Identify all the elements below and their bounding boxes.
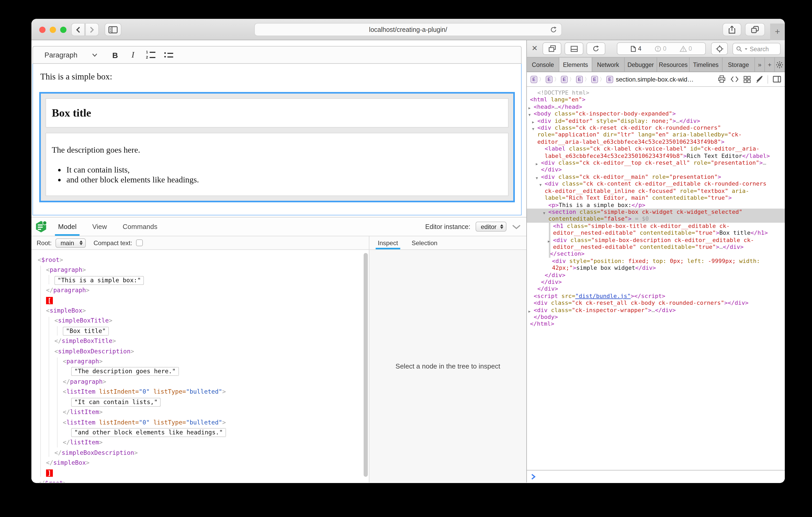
model-tree-scrollbar[interactable]: [364, 253, 368, 477]
disclosure-open-icon[interactable]: ▼: [540, 182, 542, 189]
dom-node[interactable]: ▼<div class="ck ck-content ck-editor__ed…: [527, 181, 785, 202]
simple-box-widget[interactable]: Box title The description goes here. It …: [39, 92, 515, 202]
dom-node[interactable]: </body>: [527, 314, 785, 321]
model-tree-line[interactable]: </paragraph>: [31, 377, 369, 387]
tab-storage[interactable]: Storage: [722, 58, 755, 71]
dom-node[interactable]: </div>: [527, 279, 785, 286]
tab-elements[interactable]: Elements: [559, 58, 592, 71]
disclosure-open-icon[interactable]: ▼: [543, 210, 545, 217]
new-tab-button[interactable]: +: [770, 24, 785, 40]
print-icon[interactable]: [718, 75, 726, 83]
dom-node[interactable]: <p>This is a simple box:</p>: [527, 202, 785, 209]
close-window-button[interactable]: [39, 27, 46, 33]
tab-network[interactable]: Network: [592, 58, 625, 71]
dom-node-selected[interactable]: ▼<section class="simple-box ck-widget ck…: [527, 209, 785, 223]
more-tabs-button[interactable]: »: [755, 58, 765, 71]
tab-model[interactable]: Model: [57, 217, 78, 236]
model-tree-line[interactable]: <paragraph>: [31, 357, 369, 367]
dom-node[interactable]: ▼<div class="ck ck-editor__main" role="p…: [527, 174, 785, 181]
model-tree-line[interactable]: <simpleBoxDescription>: [31, 346, 369, 357]
model-tree-line[interactable]: "Box title": [31, 326, 369, 336]
model-tree-line[interactable]: </listItem>: [31, 407, 369, 418]
tab-overview-button[interactable]: [745, 23, 765, 36]
dom-node[interactable]: ▶<div class="ck ck-editor__top ck-reset_…: [527, 159, 785, 174]
tab-resources[interactable]: Resources: [657, 58, 690, 71]
list-item[interactable]: and other block elements like headings.: [66, 175, 508, 185]
tab-selection[interactable]: Selection: [410, 236, 438, 249]
description-paragraph[interactable]: The description goes here.: [52, 145, 508, 155]
tab-commands[interactable]: Commands: [122, 217, 158, 236]
breadcrumb-element-badge[interactable]: E: [530, 75, 537, 83]
tab-view[interactable]: View: [91, 217, 108, 236]
tab-inspect[interactable]: Inspect: [377, 236, 399, 249]
breadcrumb-element-badge[interactable]: E: [591, 75, 598, 83]
compact-text-checkbox[interactable]: [136, 239, 143, 246]
dom-node[interactable]: ▶<div class="ck-inspector-wrapper">…</di…: [527, 307, 785, 314]
model-tree-line[interactable]: [: [31, 296, 369, 306]
model-tree-line[interactable]: <listItem listIndent="0" listType="bulle…: [31, 418, 369, 428]
model-tree-line[interactable]: <$root>: [31, 255, 369, 265]
reload-icon[interactable]: [550, 26, 557, 33]
settings-gear-icon[interactable]: [775, 58, 785, 71]
collapse-inspector-icon[interactable]: [512, 224, 521, 229]
bold-button[interactable]: B: [106, 51, 124, 59]
show-source-icon[interactable]: [730, 76, 739, 83]
quick-console[interactable]: [527, 470, 785, 483]
model-tree-line[interactable]: </paragraph>: [31, 285, 369, 296]
paragraph-dropdown[interactable]: Paragraph: [33, 51, 95, 59]
editor-instance-select[interactable]: editor: [475, 222, 506, 232]
model-tree-line[interactable]: </simpleBoxDescription>: [31, 448, 369, 458]
breadcrumb-element-badge[interactable]: E: [606, 75, 613, 83]
dom-node[interactable]: <script src="dist/bundle.js"></script>: [527, 293, 785, 300]
element-picker-button[interactable]: [711, 42, 728, 55]
root-select[interactable]: main: [55, 238, 86, 247]
forward-button[interactable]: [85, 23, 99, 36]
sidebar-toggle-button[interactable]: [105, 23, 121, 36]
breadcrumb-element-badge[interactable]: E: [546, 75, 552, 83]
dom-node[interactable]: </section>: [527, 251, 785, 258]
share-button[interactable]: [723, 23, 742, 36]
model-tree-line[interactable]: <paragraph>: [31, 265, 369, 275]
breadcrumb-element-badge[interactable]: E: [561, 75, 568, 83]
dom-node[interactable]: ▶<head>…</head>: [527, 103, 785, 111]
dom-node[interactable]: <div class="ck ck-reset_all ck-body ck-r…: [527, 300, 785, 307]
details-sidebar-toggle-icon[interactable]: [773, 76, 781, 83]
dom-node[interactable]: <div style="position: fixed; top: 0px; l…: [527, 258, 785, 272]
breadcrumb-element-badge[interactable]: E: [576, 75, 583, 83]
list-item[interactable]: It can contain lists,: [66, 165, 508, 175]
model-tree-line[interactable]: </listItem>: [31, 438, 369, 448]
simple-box-description[interactable]: The description goes here. It can contai…: [46, 133, 509, 196]
dom-node[interactable]: <label class="ck ck-label ck-voice-label…: [527, 146, 785, 160]
dom-node[interactable]: ▼<html lang="en">: [527, 96, 785, 103]
model-tree-line[interactable]: <simpleBox>: [31, 306, 369, 316]
dock-bottom-button[interactable]: [564, 42, 583, 55]
dom-node[interactable]: ▶<div class="simple-box-description ck-e…: [527, 237, 785, 251]
issues-summary[interactable]: 4 0 0: [617, 42, 706, 55]
add-tab-button[interactable]: +: [765, 58, 775, 71]
model-tree-line[interactable]: "and other block elements like headings.…: [31, 428, 369, 438]
dom-node[interactable]: <!DOCTYPE html>: [527, 89, 785, 96]
numbered-list-button[interactable]: 1 2: [142, 51, 160, 59]
model-tree[interactable]: <$root><paragraph>"This is a simple box:…: [31, 250, 369, 483]
dom-node[interactable]: </html>: [527, 321, 785, 328]
disclosure-closed-icon[interactable]: ▶: [548, 238, 550, 245]
dom-node[interactable]: <h1 class="simple-box-title ck-editor__e…: [527, 222, 785, 237]
dom-node[interactable]: ▼<div class="ck ck-reset ck-editor ck-ro…: [527, 124, 785, 145]
back-button[interactable]: [71, 23, 85, 36]
disclosure-open-icon[interactable]: ▼: [532, 126, 534, 133]
model-tree-line[interactable]: "The description goes here.": [31, 367, 369, 377]
dom-node[interactable]: ▶<div id="editor" style="display: none;"…: [527, 117, 785, 124]
italic-button[interactable]: I: [124, 50, 142, 60]
dom-node[interactable]: ▼<body class="ck-inspector-body-expanded…: [527, 110, 785, 117]
model-tree-line[interactable]: "It can contain lists,": [31, 397, 369, 407]
simple-box-title[interactable]: Box title: [46, 98, 509, 127]
editor-paragraph[interactable]: This is a simple box:: [40, 71, 521, 82]
tab-timelines[interactable]: Timelines: [690, 58, 723, 71]
zoom-window-button[interactable]: [60, 27, 66, 33]
model-tree-line[interactable]: <simpleBoxTitle>: [31, 316, 369, 326]
address-bar[interactable]: localhost/creating-a-plugin/: [254, 23, 562, 36]
editor-editable-area[interactable]: This is a simple box: Box title The desc…: [32, 64, 522, 215]
breadcrumb-selected-node[interactable]: section.simple-box.ck-wid…: [616, 75, 694, 83]
model-tree-line[interactable]: </simpleBoxTitle>: [31, 336, 369, 346]
minimize-window-button[interactable]: [50, 27, 56, 33]
